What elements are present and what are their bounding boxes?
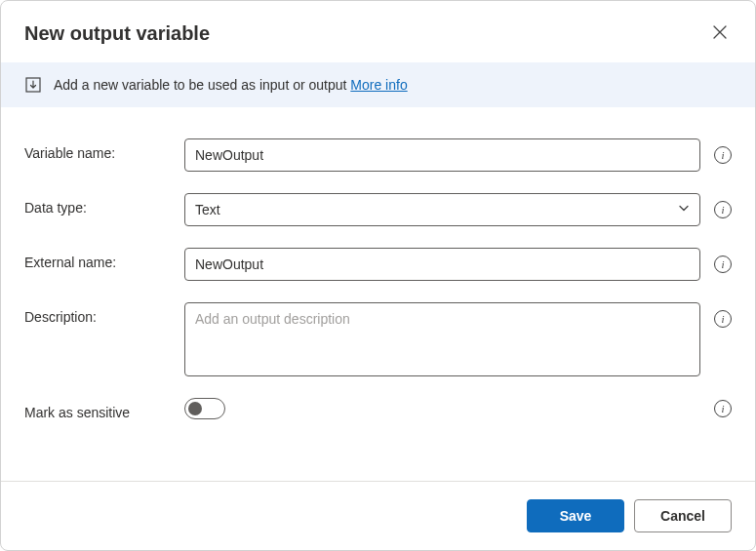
save-button[interactable]: Save [527,499,624,532]
close-icon [712,24,728,43]
description-label: Description: [24,302,184,325]
new-output-variable-dialog: New output variable Add a new variable t… [0,0,756,551]
sensitive-toggle[interactable] [184,398,225,419]
dialog-footer: Save Cancel [1,481,755,550]
info-icon[interactable]: i [714,201,732,218]
form-body: Variable name: i Data type: Text i [1,107,755,481]
external-name-label: External name: [24,248,184,270]
external-name-input[interactable] [184,248,700,281]
data-type-row: Data type: Text i [24,193,732,226]
sensitive-label: Mark as sensitive [24,398,184,420]
variable-name-input[interactable] [184,138,700,172]
dialog-header: New output variable [1,1,755,62]
description-row: Description: i [24,302,732,376]
data-type-label: Data type: [24,193,184,216]
variable-name-label: Variable name: [24,138,184,161]
info-icon[interactable]: i [714,310,732,328]
more-info-link[interactable]: More info [350,77,407,93]
cancel-button[interactable]: Cancel [634,499,732,532]
info-icon[interactable]: i [714,146,732,164]
info-banner-text: Add a new variable to be used as input o… [54,77,408,93]
variable-name-row: Variable name: i [24,138,732,172]
info-icon[interactable]: i [714,256,732,273]
info-icon[interactable]: i [714,400,732,417]
description-input[interactable] [184,302,700,376]
toggle-knob [188,402,202,415]
info-banner: Add a new variable to be used as input o… [1,62,755,107]
sensitive-row: Mark as sensitive i [24,398,732,420]
close-button[interactable] [708,20,732,47]
dialog-title: New output variable [24,22,210,45]
variable-icon [24,76,42,94]
data-type-select[interactable]: Text [184,193,700,226]
external-name-row: External name: i [24,248,732,281]
